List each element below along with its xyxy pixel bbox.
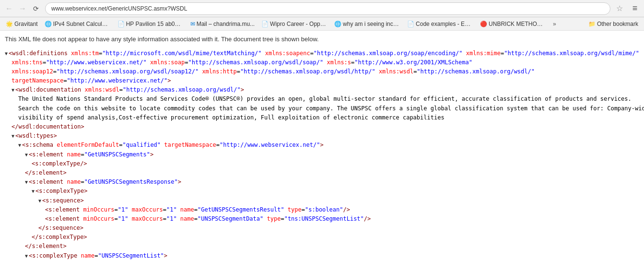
folder-icon: 📁 <box>588 21 596 27</box>
xml-line-9: ▼<wsdl:types> <box>5 131 639 141</box>
xml-line-15: ▼<s:complexType> <box>5 187 639 196</box>
xml-line-13: </s:element> <box>5 168 639 177</box>
other-bookmarks-label: Other bookmark <box>597 21 638 27</box>
xml-line-16: ▼<s:sequence> <box>5 196 639 205</box>
xml-line-20: </s:complexType> <box>5 233 639 242</box>
xml-line-1: xmlns:tns="http://www.webservicex.net/" … <box>5 58 639 67</box>
collapse-toggle[interactable]: ▼ <box>12 133 14 139</box>
bookmark-star-button[interactable]: ☆ <box>613 2 626 15</box>
collapse-toggle[interactable]: ▼ <box>5 51 8 56</box>
bookmark-item-code[interactable]: 📄 Code examples - En-... <box>404 20 476 28</box>
collapse-toggle[interactable]: ▼ <box>32 189 35 194</box>
collapse-toggle[interactable]: ▼ <box>12 87 14 93</box>
xml-line-4: ▼<wsdl:documentation xmlns:wsdl="http://… <box>5 85 639 95</box>
bookmark-label: Mail – chandrima.mu... <box>197 21 255 27</box>
address-bar[interactable] <box>45 2 610 15</box>
bookmarks-bar: 🌟 Gravitant 🌐 IPv4 Subnet Calculat... 📄 … <box>0 17 644 31</box>
bookmark-item-mail[interactable]: ✉ Mail – chandrima.mu... <box>187 20 258 28</box>
hp-icon: 📄 <box>117 21 125 27</box>
bookmark-item-unbrick[interactable]: 🔴 UNBRICK METHOD F... <box>477 20 549 28</box>
bookmark-item-ipv4[interactable]: 🌐 IPv4 Subnet Calculat... <box>42 20 114 28</box>
more-bookmarks-button[interactable]: » <box>550 20 559 28</box>
bookmark-label: why am i seeing inco... <box>343 21 400 27</box>
bookmark-label: UNBRICK METHOD F... <box>489 21 546 27</box>
xml-line-12: <s:complexType/> <box>5 159 639 168</box>
nav-buttons: ← → ⟳ <box>3 2 42 15</box>
content-area: This XML file does not appear to have an… <box>0 31 644 260</box>
bookmark-label: HP Pavilion 15 ab032... <box>126 21 184 27</box>
ipv4-icon: 🌐 <box>45 21 52 27</box>
xml-line-17: <s:element minOccurs="1" maxOccurs="1" n… <box>5 205 639 214</box>
xml-line-6: Search the code on this website to locat… <box>5 104 639 113</box>
xml-line-11: ▼<s:element name="GetUNSPSCSegments"> <box>5 150 639 159</box>
xml-line-10: ▼<s:schema elementFormDefault="qualified… <box>5 141 639 150</box>
collapse-toggle[interactable]: ▼ <box>25 152 28 157</box>
collapse-toggle[interactable]: ▼ <box>18 142 21 148</box>
forward-button[interactable]: → <box>16 2 29 15</box>
info-message: This XML file does not appear to have an… <box>5 35 639 44</box>
xml-line-8: </wsdl:documentation> <box>5 122 639 131</box>
code-icon: 📄 <box>407 21 414 27</box>
reload-button[interactable]: ⟳ <box>30 2 42 15</box>
bookmark-label: Wipro Career - Oppo... <box>270 21 328 27</box>
back-button[interactable]: ← <box>3 2 15 15</box>
xml-line-7: visibility of spend analysis,Cost-effect… <box>5 113 639 122</box>
chrome-menu-button[interactable]: ≡ <box>629 2 641 15</box>
other-bookmarks[interactable]: 📁 Other bookmark <box>585 20 641 28</box>
xml-line-21: </s:element> <box>5 242 639 251</box>
bookmark-item-hp[interactable]: 📄 HP Pavilion 15 ab032... <box>115 20 187 28</box>
xml-line-2: xmlns:soap12="http://schemas.xmlsoap.org… <box>5 67 639 76</box>
xml-line-5: The United Nations Standard Products and… <box>5 95 639 104</box>
xml-line-19: </s:sequence> <box>5 224 639 233</box>
bookmark-label: Code examples - En-... <box>416 21 473 27</box>
wipro-icon: 📄 <box>261 21 269 27</box>
mail-icon: ✉ <box>190 21 195 27</box>
gravitant-icon: 🌟 <box>6 21 13 27</box>
bookmark-label: Gravitant <box>14 21 38 27</box>
xml-line-18: <s:element minOccurs="1" maxOccurs="1" n… <box>5 214 639 224</box>
bookmark-item-wipro[interactable]: 📄 Wipro Career - Oppo... <box>258 20 330 28</box>
xml-line-0: ▼<wsdl:definitions xmlns:tm="http://micr… <box>5 49 639 58</box>
xml-line-14: ▼<s:element name="GetUNSPSCSegmentsRespo… <box>5 177 639 187</box>
xml-line-3: targetNamespace="http://www.webservicex.… <box>5 76 639 85</box>
collapse-toggle[interactable]: ▼ <box>25 253 28 259</box>
bookmark-item-gravitant[interactable]: 🌟 Gravitant <box>3 20 41 28</box>
collapse-toggle[interactable]: ▼ <box>38 198 41 203</box>
browser-toolbar: ← → ⟳ ☆ ≡ <box>0 0 644 17</box>
collapse-toggle[interactable]: ▼ <box>25 179 28 185</box>
xml-content: ▼<wsdl:definitions xmlns:tm="http://micr… <box>5 49 639 260</box>
unbrick-icon: 🔴 <box>480 21 487 27</box>
xml-line-22: ▼<s:complexType name="UNSPSCSegmentList"… <box>5 251 639 260</box>
why-icon: 🌐 <box>334 21 341 27</box>
bookmark-label: IPv4 Subnet Calculat... <box>53 21 111 27</box>
bookmark-item-why[interactable]: 🌐 why am i seeing inco... <box>331 20 403 28</box>
